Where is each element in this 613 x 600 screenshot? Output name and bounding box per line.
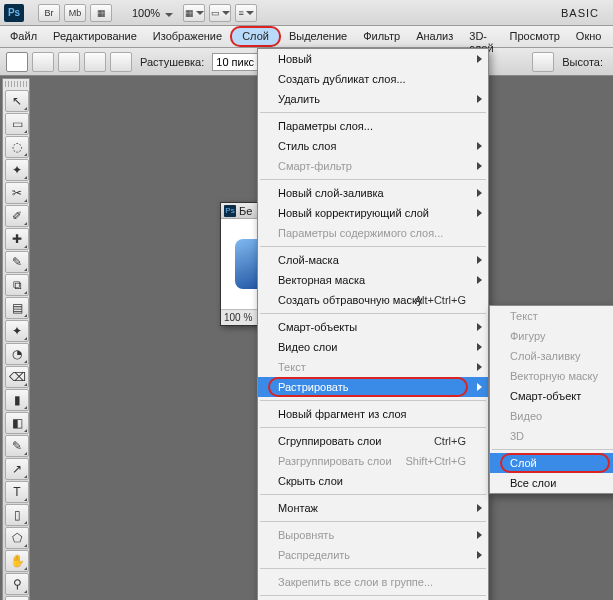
menu-файл[interactable]: Файл xyxy=(2,26,45,47)
selection-intersect-icon[interactable] xyxy=(110,52,132,72)
zoom-level[interactable]: 100% xyxy=(126,7,179,19)
menu-изображение[interactable]: Изображение xyxy=(145,26,230,47)
tool-1[interactable]: ▭ xyxy=(5,113,29,135)
tool-14[interactable]: ◧ xyxy=(5,412,29,434)
menu-item-label: Сгруппировать слои xyxy=(278,435,381,447)
menu-item-label: 3D xyxy=(510,430,524,442)
menu-item-label: Новый фрагмент из слоя xyxy=(278,408,407,420)
menu-выделение[interactable]: Выделение xyxy=(281,26,355,47)
menu-слой[interactable]: Слой xyxy=(230,26,281,47)
submenu-arrow-icon xyxy=(477,189,482,197)
layer-menu-item-16[interactable]: Смарт-объекты xyxy=(258,317,488,337)
menu-фильтр[interactable]: Фильтр xyxy=(355,26,408,47)
rasterize-menu-item-9[interactable]: Все слои xyxy=(490,473,613,493)
submenu-arrow-icon xyxy=(477,162,482,170)
layer-menu-item-21[interactable]: Новый фрагмент из слоя xyxy=(258,404,488,424)
tool-0[interactable]: ↖ xyxy=(5,90,29,112)
layer-menu-item-32: Закрепить все слои в группе... xyxy=(258,572,488,592)
tool-4[interactable]: ✂ xyxy=(5,182,29,204)
layer-menu-item-24: Разгруппировать слоиShift+Ctrl+G xyxy=(258,451,488,471)
menu-item-label: Разгруппировать слои xyxy=(278,455,392,467)
selection-add-icon[interactable] xyxy=(58,52,80,72)
guides-button[interactable]: ≡ xyxy=(235,4,257,22)
layer-menu-separator xyxy=(260,400,486,401)
layer-menu-item-23[interactable]: Сгруппировать слоиCtrl+G xyxy=(258,431,488,451)
selection-subtract-icon[interactable] xyxy=(84,52,106,72)
arrange-button[interactable]: ▦ xyxy=(183,4,205,22)
tool-5[interactable]: ✐ xyxy=(5,205,29,227)
layer-menu-item-4[interactable]: Параметры слоя... xyxy=(258,116,488,136)
tool-8[interactable]: ⧉ xyxy=(5,274,29,296)
layer-menu-item-14[interactable]: Создать обтравочную маскуAlt+Ctrl+G xyxy=(258,290,488,310)
menu-анализ[interactable]: Анализ xyxy=(408,26,461,47)
submenu-arrow-icon xyxy=(477,504,482,512)
submenu-arrow-icon xyxy=(477,343,482,351)
tool-7[interactable]: ✎ xyxy=(5,251,29,273)
tool-12[interactable]: ⌫ xyxy=(5,366,29,388)
feather-label: Растушевка: xyxy=(136,56,208,68)
menu-item-label: Монтаж xyxy=(278,502,318,514)
bridge-button[interactable]: Br xyxy=(38,4,60,22)
extras-button[interactable]: ▭ xyxy=(209,4,231,22)
minibridge-button[interactable]: Mb xyxy=(64,4,86,22)
layer-menu-item-19[interactable]: Растрировать xyxy=(258,377,488,397)
layer-menu-dropdown[interactable]: НовыйСоздать дубликат слоя...УдалитьПара… xyxy=(257,48,489,600)
submenu-arrow-icon xyxy=(477,55,482,63)
layer-menu-item-27[interactable]: Монтаж xyxy=(258,498,488,518)
toolbox-grip[interactable] xyxy=(5,81,27,87)
menu-справка[interactable]: Справка xyxy=(609,26,613,47)
rasterize-menu-item-6: 3D xyxy=(490,426,613,446)
rasterize-menu-item-0: Текст xyxy=(490,306,613,326)
menu-item-label: Смарт-объекты xyxy=(278,321,357,333)
menu-item-label: Смарт-объект xyxy=(510,390,581,402)
tool-3[interactable]: ✦ xyxy=(5,159,29,181)
menu-просмотр[interactable]: Просмотр xyxy=(502,26,568,47)
selection-new-icon[interactable] xyxy=(32,52,54,72)
menu-3d-слой[interactable]: 3D-слой xyxy=(461,26,501,47)
layer-menu-item-13[interactable]: Векторная маска xyxy=(258,270,488,290)
layer-menu-item-8[interactable]: Новый слой-заливка xyxy=(258,183,488,203)
tool-17[interactable]: T xyxy=(5,481,29,503)
submenu-arrow-icon xyxy=(477,95,482,103)
height-label: Высота: xyxy=(558,56,607,68)
tool-18[interactable]: ▯ xyxy=(5,504,29,526)
tool-2[interactable]: ◌ xyxy=(5,136,29,158)
tool-13[interactable]: ▮ xyxy=(5,389,29,411)
layer-menu-item-6: Смарт-фильтр xyxy=(258,156,488,176)
tool-11[interactable]: ◔ xyxy=(5,343,29,365)
layer-menu-item-9[interactable]: Новый корректирующий слой xyxy=(258,203,488,223)
layer-menu-item-12[interactable]: Слой-маска xyxy=(258,250,488,270)
tool-10[interactable]: ✦ xyxy=(5,320,29,342)
tool-20[interactable]: ✋ xyxy=(5,550,29,572)
tool-22[interactable]: ⟳ xyxy=(5,596,29,600)
menu-редактирование[interactable]: Редактирование xyxy=(45,26,145,47)
workspace-switcher[interactable]: BASIC xyxy=(561,7,609,19)
title-bar: Ps Br Mb ▦ 100% ▦ ▭ ≡ BASIC xyxy=(0,0,613,26)
layer-menu-item-17[interactable]: Видео слои xyxy=(258,337,488,357)
layer-menu-item-1[interactable]: Создать дубликат слоя... xyxy=(258,69,488,89)
tool-preset-button[interactable] xyxy=(6,52,28,72)
rasterize-menu-item-4[interactable]: Смарт-объект xyxy=(490,386,613,406)
refine-edge-button[interactable] xyxy=(532,52,554,72)
layer-menu-separator xyxy=(260,246,486,247)
tool-9[interactable]: ▤ xyxy=(5,297,29,319)
layer-menu-item-0[interactable]: Новый xyxy=(258,49,488,69)
menu-item-label: Создать обтравочную маску xyxy=(278,294,422,306)
menu-item-label: Текст xyxy=(510,310,538,322)
tool-21[interactable]: ⚲ xyxy=(5,573,29,595)
layer-menu-item-2[interactable]: Удалить xyxy=(258,89,488,109)
menu-item-label: Стиль слоя xyxy=(278,140,336,152)
layer-menu-separator xyxy=(260,568,486,569)
tool-16[interactable]: ↗ xyxy=(5,458,29,480)
screenmode-button[interactable]: ▦ xyxy=(90,4,112,22)
tool-19[interactable]: ⬠ xyxy=(5,527,29,549)
tool-6[interactable]: ✚ xyxy=(5,228,29,250)
menu-item-label: Все слои xyxy=(510,477,556,489)
layer-menu-item-5[interactable]: Стиль слоя xyxy=(258,136,488,156)
menu-item-label: Новый слой-заливка xyxy=(278,187,384,199)
layer-menu-item-25[interactable]: Скрыть слои xyxy=(258,471,488,491)
rasterize-menu-item-8[interactable]: Слой xyxy=(490,453,613,473)
rasterize-submenu[interactable]: ТекстФигуруСлой-заливкуВекторную маскуСм… xyxy=(489,305,613,494)
menu-окно[interactable]: Окно xyxy=(568,26,610,47)
tool-15[interactable]: ✎ xyxy=(5,435,29,457)
